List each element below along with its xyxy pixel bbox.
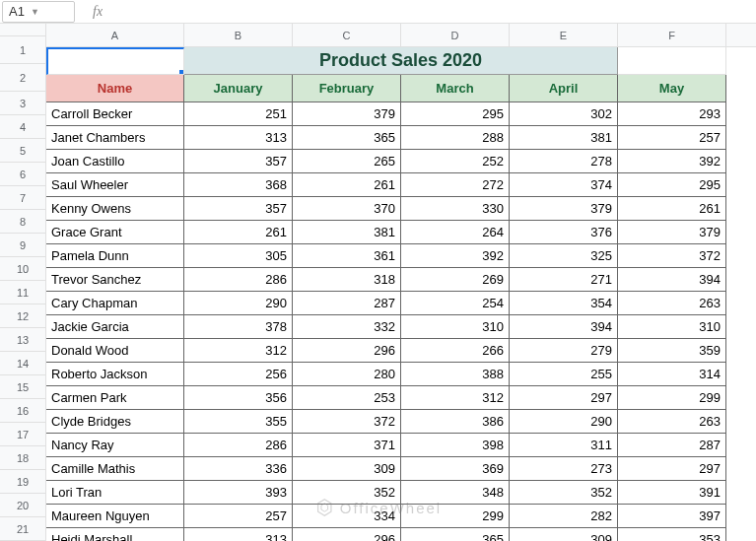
column-header-D[interactable]: D xyxy=(401,24,510,46)
cell-value[interactable]: 372 xyxy=(618,244,726,268)
cell-value[interactable]: 376 xyxy=(510,221,618,244)
cell-value[interactable]: 253 xyxy=(293,386,401,410)
cell-value[interactable]: 297 xyxy=(618,457,726,481)
row-header-6[interactable]: 6 xyxy=(0,163,45,186)
row-header-7[interactable]: 7 xyxy=(0,186,45,210)
cell-name[interactable]: Joan Castillo xyxy=(46,150,184,173)
cell-value[interactable]: 357 xyxy=(184,197,293,221)
cell-value[interactable]: 357 xyxy=(184,150,293,173)
row-header-9[interactable]: 9 xyxy=(0,234,45,257)
cell-value[interactable]: 379 xyxy=(293,102,401,126)
column-header-E[interactable]: E xyxy=(510,24,618,46)
cell-name[interactable]: Saul Wheeler xyxy=(46,173,184,197)
cell-value[interactable]: 286 xyxy=(184,434,293,457)
cell-value[interactable]: 381 xyxy=(510,126,618,150)
cell-value[interactable]: 295 xyxy=(401,102,510,126)
cell-value[interactable]: 352 xyxy=(510,481,618,505)
row-header-8[interactable]: 8 xyxy=(0,210,45,234)
cell-value[interactable]: 352 xyxy=(293,481,401,505)
cell-value[interactable]: 368 xyxy=(184,173,293,197)
row-header-11[interactable]: 11 xyxy=(0,281,45,304)
cell-value[interactable]: 271 xyxy=(510,268,618,292)
cell-value[interactable]: 374 xyxy=(510,173,618,197)
cell-name[interactable]: Clyde Bridges xyxy=(46,410,184,434)
cell-value[interactable]: 280 xyxy=(293,363,401,386)
cell-name[interactable]: Janet Chambers xyxy=(46,126,184,150)
header-month[interactable]: March xyxy=(401,75,510,102)
cell-value[interactable]: 255 xyxy=(510,363,618,386)
cell-name[interactable]: Kenny Owens xyxy=(46,197,184,221)
cell-value[interactable]: 378 xyxy=(184,315,293,339)
row-header-17[interactable]: 17 xyxy=(0,423,45,446)
cell-value[interactable]: 314 xyxy=(618,363,726,386)
cell-value[interactable]: 257 xyxy=(618,126,726,150)
cell-value[interactable]: 257 xyxy=(184,505,293,528)
cell-name[interactable]: Roberto Jackson xyxy=(46,363,184,386)
cell-value[interactable]: 254 xyxy=(401,292,510,315)
cell-value[interactable]: 252 xyxy=(401,150,510,173)
cell-name[interactable]: Heidi Marshall xyxy=(46,528,184,541)
cell-value[interactable]: 251 xyxy=(184,102,293,126)
cell-value[interactable]: 312 xyxy=(184,339,293,363)
cell-value[interactable]: 266 xyxy=(401,339,510,363)
row-header-16[interactable]: 16 xyxy=(0,399,45,423)
cell-value[interactable]: 348 xyxy=(401,481,510,505)
cell-value[interactable]: 330 xyxy=(401,197,510,221)
cell-name[interactable]: Cary Chapman xyxy=(46,292,184,315)
header-month[interactable]: May xyxy=(618,75,726,102)
row-header-10[interactable]: 10 xyxy=(0,257,45,281)
cell-value[interactable]: 370 xyxy=(293,197,401,221)
cell-value[interactable]: 293 xyxy=(618,102,726,126)
cell-value[interactable]: 287 xyxy=(618,434,726,457)
cell-value[interactable]: 369 xyxy=(401,457,510,481)
cell-value[interactable]: 392 xyxy=(618,150,726,173)
chevron-down-icon[interactable]: ▼ xyxy=(31,7,39,17)
cell-value[interactable]: 365 xyxy=(293,126,401,150)
cell-value[interactable]: 263 xyxy=(618,292,726,315)
cell-value[interactable]: 355 xyxy=(184,410,293,434)
row-header-14[interactable]: 14 xyxy=(0,352,45,375)
row-header-2[interactable]: 2 xyxy=(0,64,45,92)
cell-value[interactable]: 302 xyxy=(510,102,618,126)
cell-value[interactable]: 264 xyxy=(401,221,510,244)
cell-value[interactable]: 371 xyxy=(293,434,401,457)
column-header-A[interactable]: A xyxy=(46,24,184,46)
row-header-20[interactable]: 20 xyxy=(0,494,45,517)
cell-value[interactable]: 332 xyxy=(293,315,401,339)
cell-value[interactable]: 290 xyxy=(510,410,618,434)
column-header-C[interactable]: C xyxy=(293,24,401,46)
cell-value[interactable]: 297 xyxy=(510,386,618,410)
header-name[interactable]: Name xyxy=(46,75,184,102)
cell-value[interactable]: 312 xyxy=(401,386,510,410)
cell-value[interactable]: 282 xyxy=(510,505,618,528)
cell-name[interactable]: Nancy Ray xyxy=(46,434,184,457)
cell-value[interactable]: 379 xyxy=(510,197,618,221)
cell-value[interactable]: 361 xyxy=(293,244,401,268)
cell-value[interactable]: 393 xyxy=(184,481,293,505)
cell-value[interactable]: 381 xyxy=(293,221,401,244)
cell-value[interactable]: 365 xyxy=(401,528,510,541)
cell-value[interactable]: 296 xyxy=(293,339,401,363)
cell-name[interactable]: Jackie Garcia xyxy=(46,315,184,339)
cell-value[interactable]: 354 xyxy=(510,292,618,315)
row-header-18[interactable]: 18 xyxy=(0,446,45,470)
cell-value[interactable]: 299 xyxy=(618,386,726,410)
cell-name[interactable]: Donald Wood xyxy=(46,339,184,363)
cell-value[interactable]: 394 xyxy=(618,268,726,292)
row-header-5[interactable]: 5 xyxy=(0,139,45,163)
cell-value[interactable]: 353 xyxy=(618,528,726,541)
column-header-F[interactable]: F xyxy=(618,24,726,46)
cell-value[interactable]: 313 xyxy=(184,126,293,150)
cell-value[interactable]: 256 xyxy=(184,363,293,386)
cell-value[interactable]: 394 xyxy=(510,315,618,339)
cell-name[interactable]: Trevor Sanchez xyxy=(46,268,184,292)
cell-name[interactable]: Carmen Park xyxy=(46,386,184,410)
cell-value[interactable]: 318 xyxy=(293,268,401,292)
cell-value[interactable]: 356 xyxy=(184,386,293,410)
cell-value[interactable]: 379 xyxy=(618,221,726,244)
name-box[interactable]: A1 ▼ xyxy=(2,1,75,23)
cell-value[interactable]: 336 xyxy=(184,457,293,481)
header-month[interactable]: January xyxy=(184,75,293,102)
cell-value[interactable]: 309 xyxy=(510,528,618,541)
cell-value[interactable]: 388 xyxy=(401,363,510,386)
